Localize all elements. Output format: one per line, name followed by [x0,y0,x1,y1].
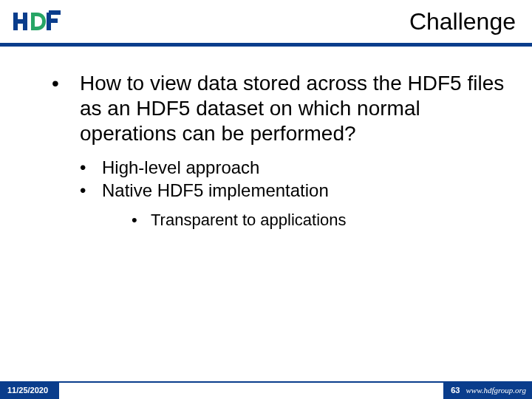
slide-footer: 11/25/2020 63 www.hdfgroup.org [0,381,532,399]
bullet-text: Native HDF5 implementation [102,180,329,202]
bullet-level3: • Transparent to applications [132,210,511,231]
bullet-dot-icon: • [80,180,102,202]
bullet-level2: • Native HDF5 implementation [80,180,511,202]
footer-url: www.hdfgroup.org [466,386,527,395]
slide-title: Challenge [409,8,516,35]
bullet-dot-icon: • [52,71,80,146]
bullet-text: High-level approach [102,157,259,180]
footer-right: 63 www.hdfgroup.org [443,381,532,399]
bullet-text: Transparent to applications [151,210,347,231]
slide-body: • How to view data stored across the HDF… [52,71,511,231]
footer-divider [59,381,443,399]
page-number: 63 [451,386,460,395]
bullet-level2: • High-level approach [80,157,511,180]
footer-date: 11/25/2020 [0,381,59,399]
bullet-dot-icon: • [80,157,102,180]
bullet-level1: • How to view data stored across the HDF… [52,71,511,146]
slide-header: Challenge [0,0,532,43]
bullet-dot-icon: • [132,210,151,231]
hdf-logo [13,7,66,36]
header-divider [0,43,532,47]
bullet-text: How to view data stored across the HDF5 … [80,71,511,146]
